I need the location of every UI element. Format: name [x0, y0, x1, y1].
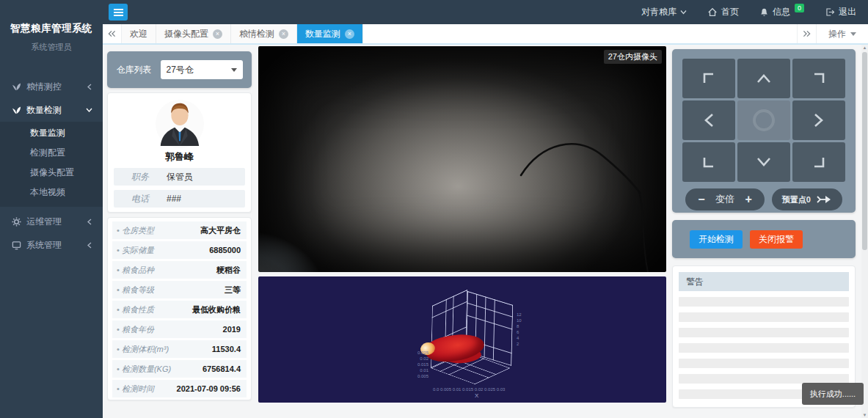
- wing-icon: [12, 82, 26, 92]
- ptz-down-right-button[interactable]: [792, 142, 845, 182]
- sidebar-submenu: 数量监测 检测配置 摄像头配置 本地视频: [0, 122, 103, 207]
- ptz-left-button[interactable]: [682, 100, 735, 140]
- alert-row-empty: [679, 359, 849, 368]
- ptz-down-left-button[interactable]: [682, 142, 735, 182]
- monitor-icon: [12, 241, 26, 250]
- tabs-scroll-right-button[interactable]: [797, 24, 816, 43]
- sidebar-item-label: 系统管理: [26, 239, 62, 252]
- close-alarm-button[interactable]: 关闭报警: [750, 230, 803, 249]
- success-toast: 执行成功......: [802, 383, 864, 405]
- tab-label: 欢迎: [130, 28, 147, 40]
- ptz-up-button[interactable]: [737, 59, 790, 98]
- chevron-up-icon: [755, 71, 773, 86]
- brand: 智慧粮库管理系统 系统管理员: [0, 0, 103, 53]
- zoom-in-button[interactable]: +: [745, 193, 751, 206]
- sidebar-item-grain-condition[interactable]: 粮情测控: [0, 75, 103, 98]
- field-value: 保管员: [167, 171, 193, 183]
- home-label: 首页: [721, 6, 739, 18]
- camera-video-feed[interactable]: 27仓内摄像头: [258, 46, 666, 272]
- warehouse-selector-panel: 仓库列表 27号仓: [107, 51, 252, 88]
- info-label: 粮食等级: [117, 285, 154, 296]
- info-value: 高大平房仓: [200, 225, 241, 236]
- operations-label: 操作: [828, 28, 846, 40]
- alert-row-empty: [679, 343, 849, 353]
- scrollbar-thumb[interactable]: [862, 52, 867, 250]
- close-icon[interactable]: ×: [345, 29, 354, 39]
- info-label: 检测时间: [117, 384, 154, 395]
- tab-operations-dropdown[interactable]: 操作: [816, 24, 868, 43]
- corner-bottom-right-icon: [810, 153, 828, 171]
- info-label: 粮食年份: [117, 324, 154, 335]
- chevron-left-icon: [87, 219, 92, 225]
- vertical-scrollbar[interactable]: ▲ ▼: [861, 45, 868, 418]
- scroll-down-arrow-icon[interactable]: ▼: [861, 413, 868, 417]
- grain-surface-3d-plot[interactable]: 0.025 0.02 0.015 0.01 0.005 12 10 8 6 4 …: [258, 276, 666, 403]
- warehouse-select[interactable]: 27号仓: [161, 60, 243, 79]
- logout-link[interactable]: 退出: [825, 6, 856, 18]
- close-icon[interactable]: ×: [279, 29, 288, 39]
- sidebar-subitem-quantity-monitor[interactable]: 数量监测: [0, 123, 103, 143]
- user-role: 系统管理员: [0, 42, 103, 53]
- zoom-control: − 变倍 +: [685, 188, 765, 210]
- logout-icon: [825, 7, 835, 17]
- logout-label: 退出: [839, 6, 856, 18]
- tab-grain-detection[interactable]: 粮情检测 ×: [231, 24, 297, 43]
- ptz-up-right-button[interactable]: [792, 59, 845, 98]
- info-row: 检测体积(m³)11530.4: [112, 340, 247, 358]
- wing-icon: [12, 106, 26, 115]
- sidebar-item-label: 粮情测控: [26, 81, 62, 93]
- tab-label: 摄像头配置: [164, 28, 208, 40]
- ptz-down-button[interactable]: [737, 142, 790, 182]
- plot-x-axis-label: X: [475, 392, 478, 399]
- field-value: ###: [167, 194, 181, 204]
- chevron-down-icon: [680, 10, 687, 15]
- tabbar-right-controls: 操作: [797, 24, 868, 43]
- sidebar-subitem-local-video[interactable]: 本地视频: [0, 183, 103, 202]
- depot-dropdown[interactable]: 对青粮库: [641, 6, 687, 18]
- tab-quantity-monitor[interactable]: 数量监测 ×: [297, 24, 363, 43]
- ptz-right-button[interactable]: [792, 100, 845, 140]
- warehouse-list-label: 仓库列表: [117, 64, 152, 76]
- ptz-up-left-button[interactable]: [682, 59, 735, 98]
- tabbar: 欢迎 摄像头配置 × 粮情检测 × 数量监测 × 操作: [103, 24, 868, 45]
- tab-camera-config[interactable]: 摄像头配置 ×: [156, 24, 231, 43]
- scroll-up-arrow-icon[interactable]: ▲: [861, 45, 868, 50]
- info-value: 6756814.4: [203, 364, 241, 373]
- sidebar-item-system-management[interactable]: 系统管理: [0, 233, 103, 257]
- field-label: 电话: [114, 193, 167, 205]
- sidebar-nav: 粮情测控 数量检测 数量监测 检测配置 摄像头配置 本地视频 运维管理: [0, 75, 103, 257]
- info-value: 2019: [223, 325, 241, 334]
- home-link[interactable]: 首页: [707, 6, 739, 18]
- sidebar-item-ops-management[interactable]: 运维管理: [0, 210, 103, 233]
- sidebar-subitem-detection-config[interactable]: 检测配置: [0, 143, 103, 163]
- gear-icon: [12, 217, 26, 227]
- camera-name-badge: 27仓内摄像头: [604, 50, 662, 64]
- tab-welcome[interactable]: 欢迎: [122, 24, 156, 43]
- chevron-right-icon: [812, 111, 826, 129]
- info-row: 粮食性质最低收购价粮: [112, 301, 247, 318]
- info-label: 检测数量(KG): [117, 364, 171, 375]
- tab-label: 粮情检测: [239, 28, 274, 40]
- corner-bottom-left-icon: [700, 153, 718, 171]
- keeper-row-phone: 电话 ###: [114, 190, 245, 208]
- chevron-left-icon: [87, 84, 92, 90]
- app-title: 智慧粮库管理系统: [0, 22, 103, 35]
- ptz-center-pad[interactable]: [737, 100, 790, 140]
- messages-link[interactable]: 信息 0: [759, 6, 804, 18]
- sidebar-item-quantity-detection[interactable]: 数量检测: [0, 98, 103, 122]
- start-detection-button[interactable]: 开始检测: [690, 230, 743, 249]
- info-label: 粮食品种: [117, 265, 154, 276]
- zoom-out-button[interactable]: −: [698, 193, 704, 206]
- sidebar-subitem-camera-config[interactable]: 摄像头配置: [0, 163, 103, 183]
- info-row: 检测时间2021-07-09 09:56: [112, 380, 247, 397]
- menu-toggle-button[interactable]: [109, 4, 128, 21]
- corner-top-right-icon: [810, 70, 828, 87]
- close-icon[interactable]: ×: [213, 29, 222, 39]
- tabs-scroll-left-button[interactable]: [103, 24, 122, 43]
- ptz-secondary-controls: − 变倍 + 预置点0: [682, 188, 845, 210]
- messages-label: 信息: [773, 6, 790, 18]
- double-chevron-right-icon: [803, 30, 811, 37]
- sidebar-item-label: 数量检测: [26, 104, 62, 117]
- preset-button[interactable]: 预置点0: [772, 188, 842, 210]
- warehouse-selected-value: 27号仓: [167, 64, 194, 76]
